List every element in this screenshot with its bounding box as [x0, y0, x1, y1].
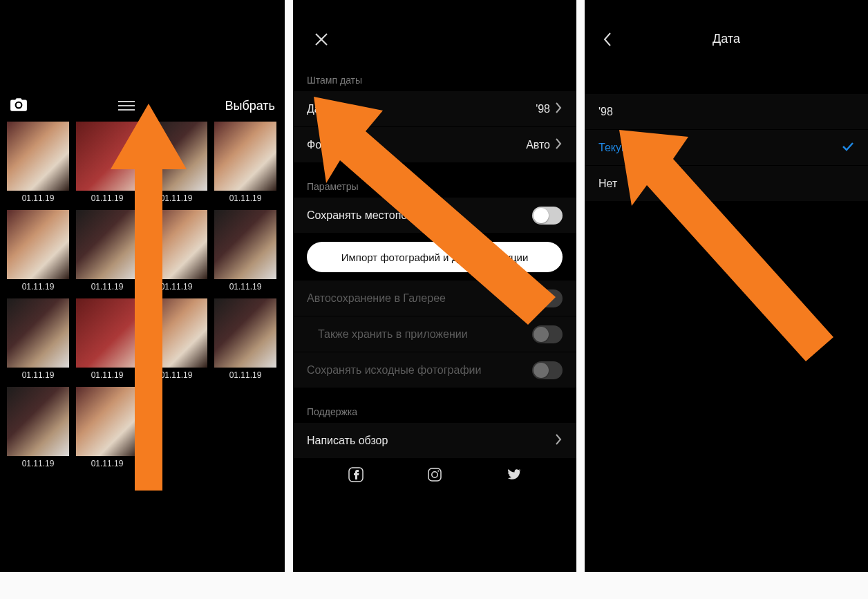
section-params-label: Параметры [293, 181, 576, 198]
option-none-label: Нет [598, 178, 617, 190]
row-save-originals[interactable]: Сохранять исходные фотографии [293, 352, 576, 388]
toggle-keep-in-app[interactable] [532, 325, 563, 343]
svg-point-3 [432, 472, 437, 477]
row-keep-in-app[interactable]: Также хранить в приложении [293, 316, 576, 352]
toggle-autosave[interactable] [532, 289, 563, 307]
row-save-originals-label: Сохранять исходные фотографии [307, 364, 481, 377]
svg-rect-2 [428, 468, 441, 481]
option-98[interactable]: '98 [585, 94, 868, 130]
thumb-date: 01.11.19 [91, 459, 124, 468]
select-button[interactable]: Выбрать [225, 99, 275, 113]
screen-settings: Штамп даты Дата '98 Формат Авто Параметр… [293, 0, 576, 572]
photo-thumb[interactable]: 01.11.19 [7, 210, 69, 292]
chevron-right-icon [554, 137, 563, 153]
photo-thumb[interactable]: 01.11.19 [214, 122, 276, 203]
row-save-location[interactable]: Сохранять местоположение [293, 198, 576, 234]
row-format-label: Формат [307, 139, 346, 151]
option-current-label: Текущая [598, 142, 643, 154]
photo-thumb[interactable]: 01.11.19 [76, 210, 138, 292]
hamburger-icon[interactable] [118, 101, 135, 111]
thumb-date: 01.11.19 [91, 193, 124, 203]
thumb-date: 01.11.19 [91, 282, 124, 292]
thumb-date: 01.11.19 [22, 370, 55, 380]
social-row [293, 459, 576, 493]
option-none[interactable]: Нет [585, 166, 868, 202]
row-format-value: Авто [526, 139, 550, 151]
thumb-date: 01.11.19 [229, 370, 262, 380]
thumb-date: 01.11.19 [160, 370, 193, 380]
thumb-date: 01.11.19 [160, 193, 193, 203]
photo-thumb[interactable]: 01.11.19 [214, 210, 276, 292]
twitter-icon[interactable] [505, 466, 522, 486]
date-options: '98 Текущая Нет [585, 94, 868, 202]
option-current[interactable]: Текущая [585, 130, 868, 166]
thumb-date: 01.11.19 [229, 193, 262, 203]
row-autosave[interactable]: Автосохранение в Галерее [293, 281, 576, 316]
checkmark-icon [842, 142, 854, 154]
instagram-icon[interactable] [426, 466, 443, 486]
photo-thumb[interactable]: 01.11.19 [76, 122, 138, 203]
thumb-date: 01.11.19 [229, 282, 262, 292]
thumb-date: 01.11.19 [160, 282, 193, 292]
thumbnail-grid: 01.11.19 01.11.19 01.11.19 01.11.19 01.1… [7, 122, 278, 468]
photo-thumb[interactable]: 01.11.19 [7, 298, 69, 380]
section-stamp-label: Штамп даты [293, 75, 576, 91]
option-98-label: '98 [598, 106, 613, 118]
row-keep-in-app-label: Также хранить в приложении [318, 328, 468, 341]
camera-icon[interactable] [10, 97, 28, 115]
facebook-icon[interactable] [348, 466, 364, 486]
import-button[interactable]: Импорт фотографий и другие функции [307, 242, 563, 272]
row-format[interactable]: Формат Авто [293, 127, 576, 163]
photo-thumb[interactable]: 01.11.19 [7, 387, 69, 468]
photo-thumb[interactable]: 01.11.19 [7, 122, 69, 203]
chevron-right-icon [554, 102, 563, 117]
row-review[interactable]: Написать обзор [293, 423, 576, 459]
row-date[interactable]: Дата '98 [293, 91, 576, 127]
row-review-label: Написать обзор [307, 435, 388, 447]
thumb-date: 01.11.19 [22, 282, 55, 292]
photo-thumb[interactable]: 01.11.19 [145, 298, 207, 380]
svg-point-4 [437, 470, 439, 472]
thumb-date: 01.11.19 [22, 459, 55, 468]
toggle-save-location[interactable] [532, 207, 563, 225]
chevron-right-icon [554, 433, 563, 448]
thumb-date: 01.11.19 [22, 193, 55, 203]
toggle-save-originals[interactable] [532, 361, 563, 379]
thumb-date: 01.11.19 [91, 370, 124, 380]
row-autosave-label: Автосохранение в Галерее [307, 292, 446, 305]
photo-thumb[interactable]: 01.11.19 [145, 122, 207, 203]
section-support-label: Поддержка [293, 406, 576, 423]
photo-thumb[interactable]: 01.11.19 [145, 210, 207, 292]
photo-thumb[interactable]: 01.11.19 [76, 387, 138, 468]
close-icon[interactable] [314, 32, 329, 50]
row-date-label: Дата [307, 103, 331, 115]
row-date-value: '98 [536, 103, 550, 115]
screen-date-select: Дата '98 Текущая Нет [585, 0, 868, 572]
photo-thumb[interactable]: 01.11.19 [76, 298, 138, 380]
screen-gallery: Выбрать 01.11.19 01.11.19 01.11.19 01.11… [0, 0, 285, 572]
photo-thumb[interactable]: 01.11.19 [214, 298, 276, 380]
page-title: Дата [585, 32, 868, 46]
gallery-topbar: Выбрать [0, 90, 285, 122]
row-save-location-label: Сохранять местоположение [307, 209, 451, 222]
